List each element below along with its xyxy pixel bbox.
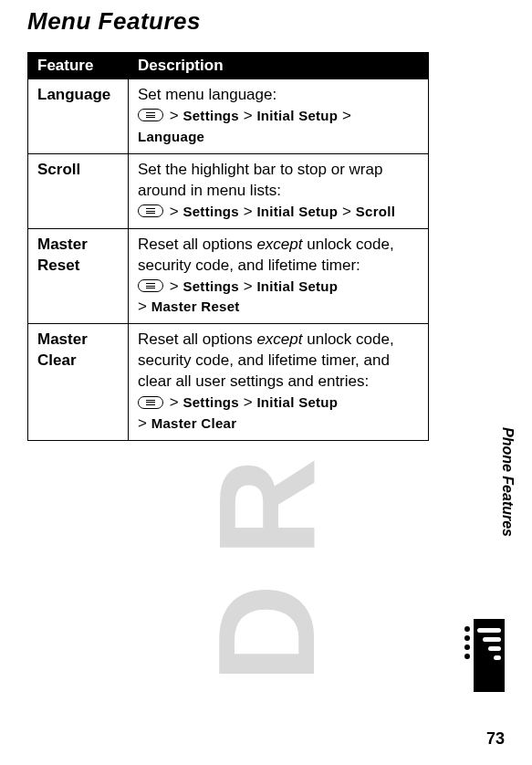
col-description: Description [129,53,429,79]
feature-name: Language [28,79,129,154]
menu-key-icon [138,279,163,292]
page-title: Menu Features [27,7,505,36]
thumb-tab: Phone Features [474,619,505,692]
feature-name: Scroll [28,153,129,228]
page-number: 73 [486,729,505,749]
feature-description: Set menu language: > Settings > Initial … [129,79,429,154]
menu-key-icon [138,109,163,121]
col-feature: Feature [28,53,129,79]
feature-name: Master Clear [28,324,129,441]
section-label: Phone Features [499,427,516,537]
feature-description: Reset all options except unlock code, se… [129,228,429,324]
tab-graphic-icon [474,619,505,692]
table-row: Master Reset Reset all options except un… [28,228,429,324]
feature-description: Set the highlight bar to stop or wrap ar… [129,153,429,228]
menu-key-icon [138,204,163,217]
features-table: Feature Description Language Set menu la… [27,52,429,441]
table-row: Scroll Set the highlight bar to stop or … [28,153,429,228]
table-row: Master Clear Reset all options except un… [28,324,429,441]
menu-key-icon [138,396,163,409]
table-row: Language Set menu language: > Settings >… [28,79,429,154]
feature-name: Master Reset [28,228,129,324]
feature-description: Reset all options except unlock code, se… [129,324,429,441]
